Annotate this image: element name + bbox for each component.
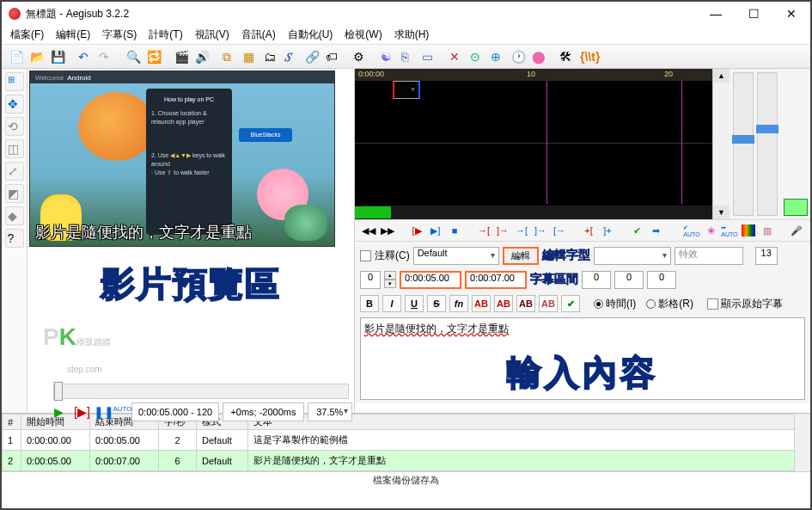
col-num[interactable]: #	[3, 415, 21, 430]
vertical-zoom-slider[interactable]	[757, 72, 778, 216]
start-time-input[interactable]: 0:00:05.00	[400, 271, 461, 289]
video-preview[interactable]: Welcome Android How to play on PC 1. Cho…	[29, 71, 335, 247]
time-radio[interactable]: 時間(I)	[594, 297, 636, 311]
italic-button[interactable]: I	[382, 295, 401, 312]
spellcheck-icon[interactable]: ☯	[378, 47, 397, 66]
find-icon[interactable]: 🔍	[124, 47, 143, 66]
attach-icon[interactable]: 🗂	[261, 47, 280, 66]
styling-icon[interactable]: ▭	[419, 47, 438, 66]
style-select[interactable]: Default	[413, 247, 499, 265]
play-icon[interactable]: ▶	[53, 402, 70, 421]
grid-row[interactable]: 10:00:00.000:00:05.002Default這是字幕製作的範例檔	[3, 430, 795, 451]
rotate-z-icon[interactable]: ⟲	[5, 117, 24, 136]
clip-icon[interactable]: ◩	[5, 184, 24, 203]
medusa-icon[interactable]: ▥	[759, 222, 776, 239]
layer-spinner[interactable]: ▴▾	[384, 271, 396, 288]
undo-icon[interactable]: ↶	[76, 47, 95, 66]
properties-icon[interactable]: 🔗	[302, 47, 321, 66]
play-last-icon[interactable]: ]→	[532, 222, 549, 239]
kanji-timer-icon[interactable]: ⊕	[488, 47, 507, 66]
commit-text-button[interactable]: ✔	[561, 295, 580, 312]
scale-icon[interactable]: ⤢	[5, 162, 24, 181]
options-icon[interactable]: 🛠	[557, 47, 576, 66]
show-original-checkbox[interactable]: 顯示原始字幕	[707, 297, 783, 311]
menu-subtitle[interactable]: 字幕(S)	[102, 28, 137, 42]
margin-l-input[interactable]: 0	[582, 271, 611, 289]
replace-icon[interactable]: 🔁	[144, 47, 163, 66]
timing-post-icon[interactable]: ⊙	[467, 47, 486, 66]
end-time-input[interactable]: 0:00:07.00	[465, 271, 527, 289]
maximize-button[interactable]: ☐	[735, 3, 772, 25]
karaoke-icon[interactable]: 🎤	[788, 222, 805, 239]
stdmode-icon[interactable]: ⊞	[5, 72, 24, 91]
subtitle-text-input[interactable]: 影片是隨便找的，文字才是重點 輸入內容	[360, 317, 805, 400]
comment-checkbox[interactable]	[360, 250, 371, 261]
translation-icon[interactable]: ⎘	[399, 47, 418, 66]
grid-row[interactable]: 20:00:05.000:00:07.006Default影片是隨便找的，文字才…	[3, 451, 795, 471]
goto-icon[interactable]: ➡	[647, 222, 664, 239]
actor-select[interactable]	[594, 247, 671, 265]
pause-icon[interactable]: ❚❚	[92, 402, 108, 421]
audio-selection[interactable]	[393, 81, 420, 99]
redo-icon[interactable]: ↷	[96, 47, 115, 66]
style-mgr-icon[interactable]: ▦	[241, 47, 259, 66]
prev-line-icon[interactable]: ◀◀	[360, 222, 377, 239]
menu-automation[interactable]: 自動化(U)	[288, 28, 333, 42]
fontname-button[interactable]: fn	[449, 295, 468, 312]
tag-icon[interactable]: 🏷	[323, 47, 342, 66]
audio-vscroll[interactable]: ▲▼	[712, 69, 730, 219]
play-line-audio-icon[interactable]: ▶]	[427, 222, 444, 239]
save-icon[interactable]: 💾	[48, 47, 67, 66]
play-sel-icon[interactable]: [▶	[408, 222, 425, 239]
grid-vscroll[interactable]	[795, 414, 810, 471]
autoscroll-icon[interactable]: ➡AUTO	[721, 222, 738, 239]
play-after-icon[interactable]: ]→	[494, 222, 511, 239]
minimize-button[interactable]: —	[697, 3, 735, 25]
font-collect-icon[interactable]: 𝑆	[282, 47, 301, 66]
strike-button[interactable]: S	[427, 295, 446, 312]
rotate-xy-icon[interactable]: ◫	[5, 139, 24, 158]
close-button[interactable]: ✕	[772, 3, 810, 25]
help-mode-icon[interactable]: ?	[5, 229, 24, 248]
audio-open-icon[interactable]: 🔊	[192, 47, 211, 66]
color3-button[interactable]: AB	[516, 295, 535, 312]
lead-in-icon[interactable]: +[	[580, 222, 597, 239]
underline-button[interactable]: U	[405, 295, 424, 312]
sort-icon[interactable]: ⬤	[529, 47, 548, 66]
menu-help[interactable]: 求助(H)	[394, 28, 430, 42]
video-seek-slider[interactable]	[53, 384, 349, 399]
menu-file[interactable]: 檔案(F)	[10, 28, 44, 42]
autoseek-icon[interactable]: AUTO	[112, 402, 128, 421]
open-file-icon[interactable]: 📂	[27, 47, 46, 66]
resample-icon[interactable]: ✕	[447, 47, 466, 66]
layer-input[interactable]: 0	[360, 271, 381, 289]
spectrum-toggle-button[interactable]	[784, 199, 808, 216]
color2-button[interactable]: AB	[494, 295, 513, 312]
next-line-icon[interactable]: ▶▶	[379, 222, 396, 239]
audio-waveform[interactable]: 0:00:00 10 20	[355, 69, 712, 219]
video-zoom-select[interactable]: 37.5%	[308, 402, 352, 421]
play-first-icon[interactable]: →[	[513, 222, 530, 239]
color4-button[interactable]: AB	[539, 295, 558, 312]
spectrum-icon[interactable]	[740, 222, 757, 239]
color1-button[interactable]: AB	[472, 295, 491, 312]
menu-video[interactable]: 視訊(V)	[195, 28, 229, 42]
autonext-icon[interactable]: ❀	[702, 222, 719, 239]
edit-style-button[interactable]: 編輯	[503, 247, 539, 265]
menu-edit[interactable]: 編輯(E)	[56, 28, 90, 42]
tag-cycle-icon[interactable]: {\\t}	[577, 47, 596, 66]
frame-radio[interactable]: 影格(R)	[646, 297, 693, 311]
menu-audio[interactable]: 音訊(A)	[241, 28, 276, 42]
stop-icon[interactable]: ■	[446, 222, 463, 239]
menu-timing[interactable]: 計時(T)	[149, 28, 182, 42]
menu-view[interactable]: 檢視(W)	[345, 28, 382, 42]
vector-clip-icon[interactable]: ◆	[5, 206, 24, 225]
lead-out-icon[interactable]: ]+	[599, 222, 616, 239]
autocommit-icon[interactable]: ✔AUTO	[683, 222, 700, 239]
horizontal-zoom-slider[interactable]	[733, 72, 754, 216]
margin-v-input[interactable]: 0	[647, 271, 676, 289]
play-before-icon[interactable]: →[	[475, 222, 492, 239]
select-lines-icon[interactable]: 🕐	[509, 47, 528, 66]
commit-icon[interactable]: ✔	[628, 222, 645, 239]
bold-button[interactable]: B	[360, 295, 379, 312]
